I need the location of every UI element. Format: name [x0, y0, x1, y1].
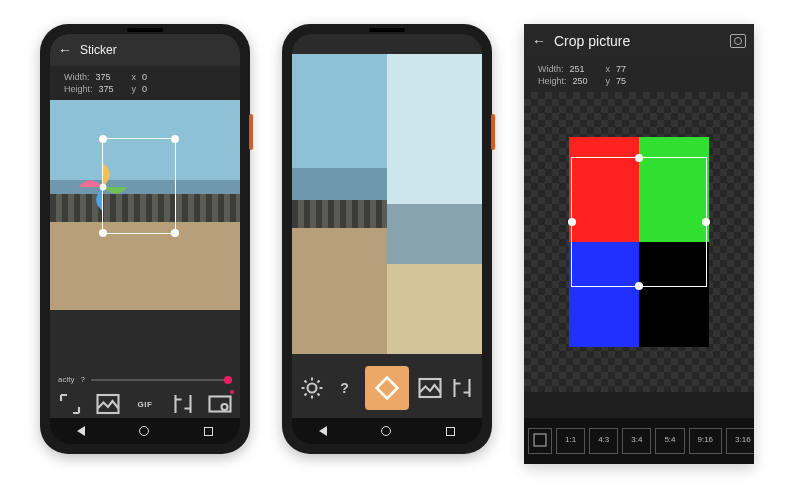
phone-frame-sticker: ← Sticker Width:375 Height:375 x0 y0: [40, 24, 250, 454]
camera-icon[interactable]: [730, 34, 746, 48]
image-icon[interactable]: [418, 376, 442, 400]
width-label: Width:: [538, 64, 564, 74]
screen-sticker: ← Sticker Width:375 Height:375 x0 y0: [50, 34, 240, 444]
y-label: y: [606, 76, 611, 86]
tool-row: GIF: [50, 392, 240, 416]
page-title: Sticker: [80, 43, 117, 57]
slider-track[interactable]: [91, 379, 232, 381]
y-label: y: [132, 84, 137, 94]
screen-shape: ?: [292, 34, 482, 444]
dimension-readout: Width:251 Height:250 x77 y75: [524, 58, 754, 92]
opacity-label: acity: [58, 375, 74, 384]
compare-icon[interactable]: [171, 392, 195, 416]
aspect-ratio-row: 1:1 4:3 3:4 5:4 9:16 3:16: [524, 418, 754, 464]
ratio-chip[interactable]: 5:4: [655, 428, 684, 454]
android-nav: [50, 418, 240, 444]
phone-frame-shape: ?: [282, 24, 492, 454]
svg-point-3: [222, 404, 228, 410]
height-label: Height:: [538, 76, 567, 86]
x-label: x: [132, 72, 137, 82]
handle-tr[interactable]: [171, 135, 179, 143]
handle-br[interactable]: [171, 229, 179, 237]
ratio-chip[interactable]: 1:1: [556, 428, 585, 454]
test-image: [569, 137, 709, 347]
ratio-chip[interactable]: 9:16: [689, 428, 723, 454]
back-icon[interactable]: ←: [532, 33, 546, 49]
free-crop-icon[interactable]: [528, 428, 552, 454]
app-toolbar: ← Sticker: [50, 34, 240, 66]
handle-r[interactable]: [702, 218, 710, 226]
crop-box[interactable]: [571, 157, 707, 287]
y-value: 0: [142, 84, 147, 94]
nav-recent-icon[interactable]: [204, 427, 213, 436]
svg-rect-6: [534, 434, 546, 446]
y-value: 75: [616, 76, 626, 86]
dimension-readout: Width:375 Height:375 x0 y0: [50, 66, 240, 100]
nav-recent-icon[interactable]: [446, 427, 455, 436]
stage: ← Sticker Width:375 Height:375 x0 y0: [0, 0, 800, 488]
handle-b[interactable]: [635, 282, 643, 290]
photo-right: [387, 54, 482, 354]
help-icon[interactable]: ?: [333, 376, 357, 400]
svg-point-4: [308, 384, 317, 393]
nav-home-icon[interactable]: [139, 426, 149, 436]
width-value: 375: [96, 72, 111, 82]
ratio-chip[interactable]: 3:16: [726, 428, 754, 454]
handle-tl[interactable]: [99, 135, 107, 143]
page-title: Crop picture: [554, 33, 630, 49]
x-label: x: [606, 64, 611, 74]
ratio-chip[interactable]: 3:4: [622, 428, 651, 454]
power-button: [491, 114, 495, 150]
nav-back-icon[interactable]: [77, 426, 85, 436]
gif-icon[interactable]: GIF: [133, 392, 157, 416]
android-nav: [292, 418, 482, 444]
editor-canvas[interactable]: [292, 54, 482, 354]
crop-canvas[interactable]: [524, 92, 754, 392]
nav-back-icon[interactable]: [319, 426, 327, 436]
height-value: 375: [99, 84, 114, 94]
app-toolbar: ← Crop picture: [524, 24, 754, 58]
handle-bl[interactable]: [99, 229, 107, 237]
width-label: Width:: [64, 72, 90, 82]
x-value: 0: [142, 72, 147, 82]
handle-t[interactable]: [635, 154, 643, 162]
notification-dot: [230, 390, 234, 394]
help-icon[interactable]: ?: [80, 375, 84, 384]
x-value: 77: [616, 64, 626, 74]
expand-icon[interactable]: [58, 392, 82, 416]
selection-box[interactable]: [102, 138, 176, 234]
shape-tile-diamond[interactable]: [365, 366, 409, 410]
height-value: 250: [573, 76, 588, 86]
effects-icon[interactable]: [208, 392, 232, 416]
editor-canvas[interactable]: [50, 100, 240, 310]
ratio-chip[interactable]: 4:3: [589, 428, 618, 454]
height-label: Height:: [64, 84, 93, 94]
slider-thumb[interactable]: [224, 376, 232, 384]
opacity-slider[interactable]: acity ?: [58, 375, 232, 384]
crop-panel: ← Crop picture Width:251 Height:250 x77 …: [524, 24, 754, 464]
back-icon[interactable]: ←: [58, 42, 72, 58]
image-icon[interactable]: [96, 392, 120, 416]
tool-row: ?: [292, 366, 482, 410]
power-button: [249, 114, 253, 150]
width-value: 251: [570, 64, 585, 74]
nav-home-icon[interactable]: [381, 426, 391, 436]
handle-l[interactable]: [568, 218, 576, 226]
compare-icon[interactable]: [450, 376, 474, 400]
settings-icon[interactable]: [300, 376, 324, 400]
